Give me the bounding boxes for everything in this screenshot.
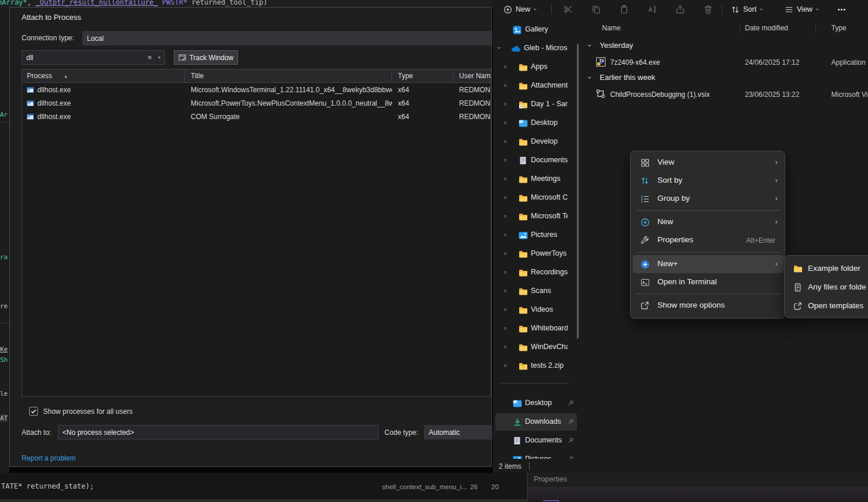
sidebar-item-documents-pinned[interactable]: Documents: [495, 432, 577, 449]
chevron-right-icon[interactable]: ›: [504, 175, 506, 182]
terminal-icon: [640, 277, 650, 287]
code-type-select[interactable]: Automatic: [424, 425, 492, 440]
rename-icon[interactable]: [643, 3, 661, 16]
sidebar-item-pictures[interactable]: › Pictures: [495, 226, 577, 244]
desktop: mArray*, _Outptr_result_nullonfailure_ P…: [0, 0, 868, 502]
sidebar-item-attachments[interactable]: › Attachments: [495, 77, 577, 95]
chevron-right-icon[interactable]: ›: [504, 212, 506, 219]
shortcut-label: Alt+Enter: [746, 236, 775, 245]
sidebar-item-microsoft-cop[interactable]: › Microsoft Cop: [495, 189, 577, 207]
chevron-right-icon[interactable]: ›: [504, 325, 506, 332]
sidebar-item-desktop[interactable]: › Desktop: [495, 114, 577, 132]
sidebar-divider: [500, 383, 569, 384]
group-collapse-icon[interactable]: ›: [586, 44, 593, 47]
sidebar-item-powertoys[interactable]: › PowerToys: [495, 245, 577, 263]
submenu-item-example-folder[interactable]: Example folder: [787, 259, 868, 278]
chevron-right-icon[interactable]: ›: [504, 269, 506, 276]
menu-item-new-plus[interactable]: New+ ›: [633, 255, 783, 273]
chevron-right-icon[interactable]: ›: [504, 119, 506, 126]
submenu-item-open-templates[interactable]: Open templates: [787, 297, 868, 315]
menu-item-open-in-terminal[interactable]: Open in Terminal: [633, 273, 783, 291]
chevron-right-icon[interactable]: ›: [504, 82, 506, 89]
clear-filter-icon[interactable]: ✕: [148, 54, 152, 61]
attach-to-value: <No process selected>: [62, 428, 134, 437]
sidebar-item-videos[interactable]: › Videos: [495, 301, 577, 319]
table-row[interactable]: dllhost.exe Microsoft.PowerToys.NewPlusC…: [22, 96, 491, 110]
sidebar-scrollbar[interactable]: [577, 44, 579, 339]
sidebar-item-develop[interactable]: › Develop: [495, 133, 577, 151]
chevron-right-icon[interactable]: ›: [504, 362, 506, 369]
sidebar-item-tests-zip[interactable]: › tests 2.zip: [495, 357, 577, 375]
sidebar-item-day1[interactable]: › Day 1 - Sangee: [495, 96, 577, 113]
sidebar-item-documents[interactable]: › Documents: [495, 152, 577, 169]
sidebar-item-onedrive-root[interactable]: › Gleb - Microsof: [495, 40, 577, 57]
group-header-earlier-this-week[interactable]: Earlier this week: [600, 73, 655, 82]
process-name: dllhost.exe: [37, 99, 71, 107]
connection-type-select[interactable]: Local: [82, 31, 492, 46]
column-process[interactable]: Process ▲: [22, 69, 185, 82]
chevron-right-icon[interactable]: ›: [504, 156, 506, 163]
context-menu: View › Sort by › Group by › New › Proper…: [630, 151, 785, 319]
process-filter-input[interactable]: dll ✕ ▾: [22, 50, 165, 65]
share-icon[interactable]: [671, 3, 689, 16]
sidebar-item-apps[interactable]: › Apps: [495, 58, 577, 76]
sidebar-item-microsoft-tear[interactable]: › Microsoft Tear: [495, 208, 577, 225]
toolbar-divider: [722, 5, 722, 14]
column-type[interactable]: Type: [392, 69, 453, 82]
new-button[interactable]: New ›: [499, 2, 540, 17]
divider: [0, 122, 9, 123]
group-header-yesterday[interactable]: Yesterday: [600, 41, 633, 50]
table-row[interactable]: dllhost.exe COM Surrogate x64 REDMOND: [22, 110, 491, 123]
list-column-type[interactable]: Type: [831, 24, 846, 32]
chevron-right-icon[interactable]: ›: [504, 250, 506, 257]
list-column-name[interactable]: Name: [602, 24, 621, 32]
show-all-users-checkbox[interactable]: [29, 407, 38, 416]
sidebar-item-gallery[interactable]: Gallery: [495, 21, 577, 39]
report-a-problem-link[interactable]: Report a problem: [22, 454, 76, 462]
onedrive-cloud-icon: [511, 44, 521, 53]
menu-item-properties[interactable]: Properties Alt+Enter: [633, 231, 783, 249]
attach-to-field[interactable]: <No process selected>: [58, 425, 379, 440]
chevron-right-icon[interactable]: ›: [504, 100, 506, 107]
chevron-right-icon[interactable]: ›: [504, 194, 506, 201]
column-divider[interactable]: [740, 25, 740, 33]
chevron-down-icon[interactable]: ›: [496, 47, 503, 49]
column-title[interactable]: Title: [185, 69, 392, 82]
table-row[interactable]: dllhost.exe Microsoft.WindowsTerminal_1.…: [22, 83, 491, 96]
paste-icon[interactable]: [615, 3, 633, 16]
menu-item-group-by[interactable]: Group by ›: [633, 190, 783, 208]
sidebar-item-desktop-pinned[interactable]: Desktop: [495, 395, 577, 412]
sidebar-item-meetings[interactable]: › Meetings: [495, 170, 577, 188]
chevron-right-icon[interactable]: ›: [504, 287, 506, 294]
process-type: x64: [398, 86, 409, 94]
filter-dropdown-icon[interactable]: ▾: [158, 55, 160, 60]
column-divider[interactable]: [816, 25, 816, 33]
menu-item-view[interactable]: View ›: [633, 154, 783, 172]
sort-button[interactable]: Sort ›: [726, 2, 766, 17]
submenu-item-any-files[interactable]: Any files or folde: [787, 278, 868, 297]
delete-icon[interactable]: [699, 3, 717, 16]
column-user-name[interactable]: User Name: [453, 69, 491, 82]
list-column-date-modified[interactable]: Date modified: [745, 24, 788, 32]
cut-icon[interactable]: [559, 3, 577, 16]
chevron-right-icon[interactable]: ›: [504, 343, 506, 350]
copy-icon[interactable]: [587, 3, 605, 16]
menu-item-sort-by[interactable]: Sort by ›: [633, 172, 783, 190]
chevron-right-icon[interactable]: ›: [504, 306, 506, 313]
chevron-right-icon[interactable]: ›: [504, 63, 506, 70]
view-button[interactable]: View ›: [780, 2, 822, 17]
sidebar-item-downloads-pinned[interactable]: Downloads: [495, 413, 577, 431]
sidebar-item-recordings[interactable]: › Recordings: [495, 264, 577, 281]
navigation-function-dropdown[interactable]: shell_context_sub_menu_i...: [382, 483, 467, 490]
track-window-button[interactable]: Track Window: [174, 50, 238, 65]
sidebar-item-windevchat[interactable]: › WinDevChat c: [495, 339, 577, 356]
chevron-right-icon[interactable]: ›: [504, 231, 506, 238]
sidebar-item-whiteboards[interactable]: › Whiteboards: [495, 320, 577, 337]
menu-divider: [636, 294, 780, 294]
menu-item-new[interactable]: New ›: [633, 213, 783, 231]
group-collapse-icon[interactable]: ›: [586, 76, 593, 79]
menu-item-show-more-options[interactable]: Show more options: [633, 297, 783, 315]
sidebar-item-scans[interactable]: › Scans: [495, 283, 577, 300]
see-more-button[interactable]: •••: [833, 2, 851, 17]
chevron-right-icon[interactable]: ›: [504, 138, 506, 145]
